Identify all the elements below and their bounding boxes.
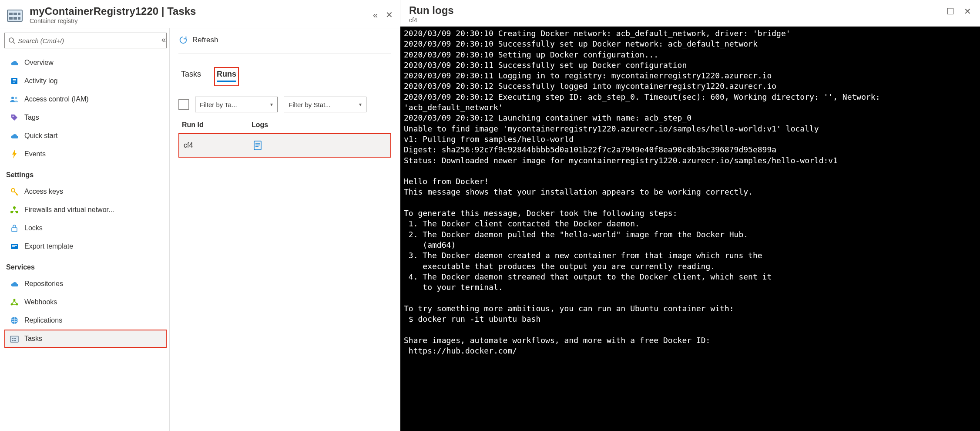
sidebar-item-events[interactable]: Events [4,145,167,163]
search-icon [8,37,15,44]
close-icon[interactable]: ✕ [964,6,971,17]
svg-rect-11 [13,81,16,81]
sidebar-item-firewalls[interactable]: Firewalls and virtual networ... [4,201,167,219]
select-all-checkbox[interactable] [178,99,189,110]
sidebar-item-webhooks[interactable]: Webhooks [4,293,167,311]
svg-rect-22 [12,245,17,246]
nav-label: Access keys [24,188,63,195]
search-input[interactable] [18,37,163,44]
nav-label: Overview [24,59,54,67]
close-blade-icon[interactable]: ✕ [386,10,393,20]
cloud-icon [10,58,19,67]
nav-label: Locks [24,224,43,232]
nav-label: Tasks [24,335,42,343]
filter-label: Filter by Stat... [289,101,331,108]
section-services: Services [4,256,167,275]
refresh-icon [178,35,188,45]
refresh-button[interactable]: Refresh [178,34,391,54]
sidebar-search[interactable] [4,33,167,48]
svg-rect-6 [18,17,20,20]
nav-label: Quick start [24,132,57,140]
svg-rect-2 [13,13,17,15]
logs-header: Run logs cf4 ☐ ✕ [400,0,980,27]
filter-by-status-dropdown[interactable]: Filter by Stat... ▾ [284,97,366,112]
console-output[interactable]: 2020/03/09 20:30:10 Creating Docker netw… [400,27,980,431]
run-row[interactable]: cf4 [178,133,391,158]
svg-point-13 [11,97,14,99]
sidebar-item-tags[interactable]: Tags [4,108,167,127]
col-run-id: Run Id [182,121,225,129]
sidebar-item-overview[interactable]: Overview [4,54,167,72]
svg-rect-34 [254,141,261,150]
sidebar-item-tasks[interactable]: Tasks [4,330,167,348]
tab-tasks[interactable]: Tasks [178,67,204,86]
filter-by-task-dropdown[interactable]: Filter by Ta... ▾ [195,97,278,112]
svg-rect-33 [14,340,16,341]
svg-rect-23 [12,246,15,247]
tasks-icon [10,334,19,343]
logs-icon[interactable] [253,140,262,151]
blade-title: myContainerRegistry1220 | Tasks [30,5,369,18]
svg-line-8 [13,42,15,44]
nav-label: Export template [24,242,73,250]
refresh-label: Refresh [192,36,218,44]
collapse-blade-icon[interactable]: « [373,10,378,20]
chevron-down-icon: ▾ [270,101,273,108]
svg-rect-12 [13,82,15,83]
nav-label: Firewalls and virtual networ... [24,206,114,214]
svg-point-14 [15,97,17,99]
logs-subtitle: cf4 [409,17,946,24]
container-registry-icon [4,4,25,25]
run-id-cell: cf4 [184,141,227,149]
svg-point-15 [13,116,14,117]
sidebar-item-quick-start[interactable]: Quick start [4,127,167,145]
sidebar-item-export-template[interactable]: Export template [4,237,167,256]
sidebar-item-access-control[interactable]: Access control (IAM) [4,90,167,108]
nav-label: Webhooks [24,298,57,306]
blade-header: myContainerRegistry1220 | Tasks Containe… [0,0,400,28]
svg-rect-30 [12,338,13,339]
maximize-icon[interactable]: ☐ [946,6,954,17]
svg-rect-20 [12,228,17,232]
svg-point-19 [16,211,18,213]
sidebar: « Overview Activity log Access control (… [0,28,170,431]
sidebar-item-locks[interactable]: Locks [4,219,167,237]
network-icon [10,205,19,215]
sidebar-item-access-keys[interactable]: Access keys [4,182,167,201]
logs-title: Run logs [409,4,946,17]
tag-icon [10,113,19,122]
svg-rect-5 [13,17,17,20]
svg-rect-31 [14,338,16,339]
lightning-icon [10,149,19,159]
sidebar-item-repositories[interactable]: Repositories [4,275,167,293]
nav-label: Replications [24,317,62,324]
sidebar-item-replications[interactable]: Replications [4,311,167,330]
nav-label: Activity log [24,77,57,85]
nav-label: Events [24,150,46,158]
svg-rect-3 [18,13,20,15]
svg-rect-4 [9,17,13,20]
log-icon [10,76,19,86]
svg-rect-10 [13,79,16,80]
filter-label: Filter by Ta... [200,101,237,108]
svg-point-16 [11,189,15,192]
nav-label: Access control (IAM) [24,95,89,103]
svg-point-17 [13,206,16,209]
webhook-icon [10,297,19,307]
rocket-icon [10,131,19,141]
sidebar-item-activity-log[interactable]: Activity log [4,72,167,90]
nav-label: Repositories [24,280,63,288]
repositories-icon [10,279,19,289]
runs-pane: Refresh Tasks Runs Filter by Ta... ▾ [170,28,400,431]
svg-rect-1 [9,13,13,15]
export-icon [10,242,19,251]
sidebar-collapse-icon[interactable]: « [161,35,166,44]
svg-point-24 [13,299,16,301]
col-logs: Logs [252,121,268,129]
tab-label: Tasks [181,70,201,78]
lock-icon [10,223,19,233]
tab-runs[interactable]: Runs [214,67,239,86]
key-icon [10,187,19,196]
svg-rect-0 [7,10,22,21]
tab-label: Runs [217,70,236,78]
